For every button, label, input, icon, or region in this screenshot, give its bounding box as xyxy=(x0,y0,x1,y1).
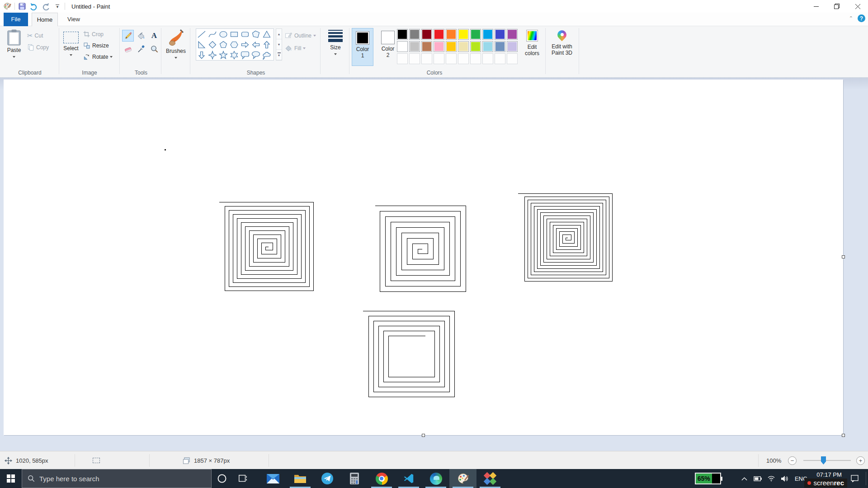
palette-swatch-fff200[interactable] xyxy=(458,29,469,40)
shape-curve-icon[interactable] xyxy=(207,29,218,39)
eraser-tool[interactable] xyxy=(122,43,134,55)
fill-dropdown[interactable]: Fill xyxy=(285,44,306,52)
palette-swatch-efe4b0[interactable] xyxy=(458,41,469,52)
copy-button[interactable]: Copy xyxy=(27,43,49,51)
show-desktop-divider[interactable] xyxy=(866,472,866,485)
shape-pentagon-icon[interactable] xyxy=(218,39,229,50)
battery-tray-button[interactable] xyxy=(751,469,764,488)
taskbar-app-paint[interactable] xyxy=(449,469,476,488)
palette-swatch-empty[interactable] xyxy=(409,53,420,64)
palette-swatch-empty[interactable] xyxy=(446,53,457,64)
palette-swatch-b5e61d[interactable] xyxy=(470,41,481,52)
taskbar-app-chrome[interactable] xyxy=(368,469,395,488)
search-input[interactable] xyxy=(39,475,193,483)
taskbar-app-edge[interactable] xyxy=(422,469,449,488)
palette-swatch-99d9ea[interactable] xyxy=(482,41,493,52)
shape-hexagon-icon[interactable] xyxy=(229,39,240,50)
task-view-button[interactable] xyxy=(232,469,253,488)
palette-swatch-empty[interactable] xyxy=(482,53,493,64)
shape-arrow-up-icon[interactable] xyxy=(261,39,272,50)
zoom-in-button[interactable]: + xyxy=(856,456,865,465)
pencil-tool[interactable] xyxy=(122,30,134,42)
shape-right-triangle-icon[interactable] xyxy=(196,39,207,50)
palette-swatch-c8bfe7[interactable] xyxy=(507,41,518,52)
shape-triangle-icon[interactable] xyxy=(261,29,272,39)
shapes-scroll-up-button[interactable]: ▲ xyxy=(276,29,282,39)
shape-star-6-icon[interactable] xyxy=(229,50,240,60)
color2-button[interactable]: Color2 xyxy=(377,28,399,66)
shape-callout-rounded-icon[interactable] xyxy=(240,50,250,60)
help-button[interactable]: ? xyxy=(858,14,865,22)
tab-home[interactable]: Home xyxy=(32,13,58,26)
shape-line-icon[interactable] xyxy=(196,29,207,39)
minimize-button[interactable] xyxy=(806,0,826,13)
palette-swatch-empty[interactable] xyxy=(421,53,432,64)
select-button[interactable]: Select xyxy=(61,28,81,58)
palette-swatch-ffffff[interactable] xyxy=(397,41,408,52)
tab-view[interactable]: View xyxy=(61,13,86,26)
restore-button[interactable] xyxy=(826,0,847,13)
save-button[interactable] xyxy=(18,2,27,11)
palette-swatch-c3c3c3[interactable] xyxy=(409,41,420,52)
shape-callout-cloud-icon[interactable] xyxy=(261,50,272,60)
shapes-expand-button[interactable]: ▼ xyxy=(276,50,282,60)
paste-button[interactable]: Paste xyxy=(4,28,24,60)
color1-button[interactable]: Color1 xyxy=(352,28,373,66)
edit-colors-button[interactable]: Edit colors xyxy=(521,28,543,57)
color-picker-tool[interactable] xyxy=(135,43,147,55)
crop-button[interactable]: Crop xyxy=(83,31,104,38)
taskbar-app-vscode[interactable] xyxy=(395,469,422,488)
palette-swatch-22b14c[interactable] xyxy=(470,29,481,40)
shape-arrow-left-icon[interactable] xyxy=(250,39,261,50)
resize-button[interactable]: Resize xyxy=(83,42,109,49)
shape-star-5-icon[interactable] xyxy=(218,50,229,60)
shape-arrow-right-icon[interactable] xyxy=(240,39,250,50)
close-button[interactable] xyxy=(847,0,868,13)
palette-swatch-ffc90e[interactable] xyxy=(446,41,457,52)
zoom-slider-track[interactable] xyxy=(803,460,851,461)
hidden-icons-button[interactable] xyxy=(737,469,751,488)
palette-swatch-00a2e8[interactable] xyxy=(482,29,493,40)
start-button[interactable] xyxy=(0,469,22,488)
shape-arrow-down-icon[interactable] xyxy=(196,50,207,60)
outline-dropdown[interactable]: Outline xyxy=(285,32,316,39)
brushes-button[interactable]: Brushes xyxy=(165,28,187,61)
redo-button[interactable] xyxy=(41,2,50,11)
shape-ellipse-icon[interactable] xyxy=(218,29,229,39)
palette-swatch-7092be[interactable] xyxy=(495,41,505,52)
palette-swatch-3f48cc[interactable] xyxy=(495,29,505,40)
cut-button[interactable]: ✂ Cut xyxy=(27,32,43,40)
taskbar-app-calculator[interactable] xyxy=(341,469,368,488)
magnifier-tool[interactable] xyxy=(148,43,160,55)
shape-rounded-rectangle-icon[interactable] xyxy=(240,29,250,39)
canvas-resize-handle-bottom[interactable] xyxy=(422,434,425,437)
undo-button[interactable] xyxy=(29,2,38,11)
palette-swatch-b97a57[interactable] xyxy=(421,41,432,52)
palette-swatch-880015[interactable] xyxy=(421,29,432,40)
palette-swatch-7f7f7f[interactable] xyxy=(409,29,420,40)
zoom-out-button[interactable]: − xyxy=(788,456,797,465)
palette-swatch-empty[interactable] xyxy=(495,53,505,64)
palette-swatch-empty[interactable] xyxy=(458,53,469,64)
palette-swatch-empty[interactable] xyxy=(470,53,481,64)
volume-tray-button[interactable] xyxy=(778,469,792,488)
shape-rectangle-icon[interactable] xyxy=(229,29,240,39)
drawing-canvas[interactable] xyxy=(4,80,843,435)
shape-star-4-icon[interactable] xyxy=(207,50,218,60)
palette-swatch-empty[interactable] xyxy=(397,53,408,64)
palette-swatch-000000[interactable] xyxy=(397,29,408,40)
fill-tool[interactable] xyxy=(135,30,147,42)
tab-file[interactable]: File xyxy=(4,13,28,26)
network-tray-button[interactable] xyxy=(764,469,778,488)
shape-polygon-icon[interactable] xyxy=(250,29,261,39)
text-tool[interactable]: A xyxy=(148,30,160,42)
taskbar-app-color-diamonds[interactable] xyxy=(476,469,504,488)
canvas-resize-handle-corner[interactable] xyxy=(842,434,845,437)
battery-percent-widget[interactable]: 65% xyxy=(695,473,721,484)
size-button[interactable]: Size xyxy=(325,28,346,57)
palette-swatch-a349a4[interactable] xyxy=(507,29,518,40)
collapse-ribbon-button[interactable]: ⌃ xyxy=(849,15,853,21)
taskbar-search[interactable] xyxy=(22,469,212,488)
customize-qat-dropdown[interactable]: ▾ xyxy=(53,2,62,11)
palette-swatch-ffaec9[interactable] xyxy=(434,41,444,52)
